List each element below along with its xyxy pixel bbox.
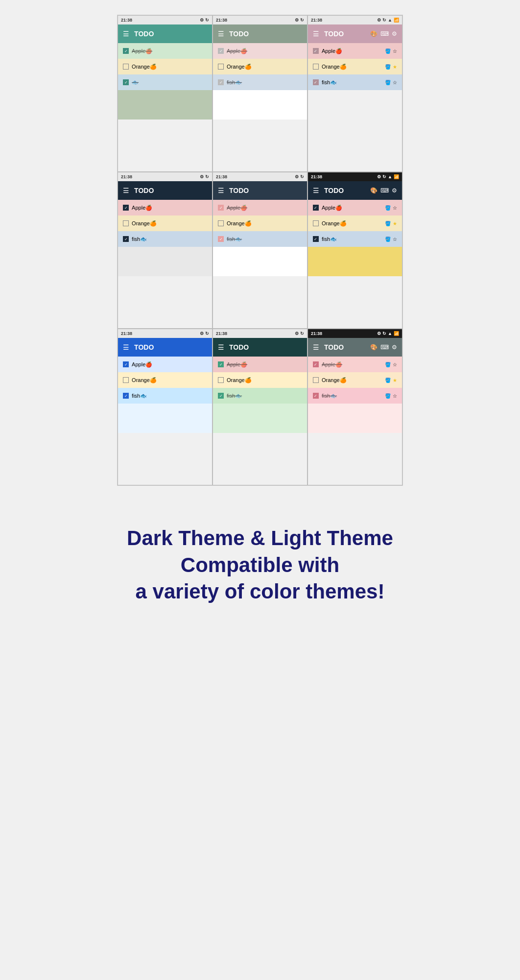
color-action-6-3[interactable]: 🪣 — [385, 237, 391, 242]
todo-item-5-3[interactable]: ✓ fish🐟 — [213, 231, 307, 247]
keyboard-icon-6[interactable]: ⌨ — [380, 187, 389, 194]
todo-item-2-2[interactable]: Orange🍊 — [213, 59, 307, 74]
color-action-9-1[interactable]: 🪣 — [385, 362, 391, 367]
todo-item-9-1[interactable]: ✓ Apple🍎 🪣 ☆ — [308, 357, 402, 372]
star-action-6-1[interactable]: ☆ — [393, 205, 397, 211]
checkbox-1-1[interactable]: ✓ — [123, 48, 129, 54]
todo-item-5-2[interactable]: Orange🍊 — [213, 215, 307, 231]
todo-item-2-1[interactable]: ✓ Apple🍎 — [213, 43, 307, 59]
checkbox-1-3[interactable]: ✓ — [123, 79, 129, 85]
todo-item-8-1[interactable]: ✓ Apple🍎 — [213, 357, 307, 372]
wifi-icon-6: ▲ — [388, 174, 392, 179]
checkbox-5-3[interactable]: ✓ — [218, 236, 224, 242]
checkbox-4-1[interactable]: ✓ — [123, 205, 129, 211]
checkbox-8-1[interactable]: ✓ — [218, 361, 224, 367]
color-action-6-2[interactable]: 🪣 — [385, 221, 391, 226]
todo-list-5: ✓ Apple🍎 Orange🍊 ✓ fish🐟 — [213, 200, 307, 247]
keyboard-icon-3[interactable]: ⌨ — [380, 30, 389, 37]
star-action-3-1[interactable]: ☆ — [393, 48, 397, 54]
star-action-9-2[interactable]: ★ — [393, 378, 397, 383]
time-2: 21:38 — [216, 18, 227, 23]
todo-item-4-1[interactable]: ✓ Apple🍎 — [118, 200, 212, 215]
menu-icon-3[interactable]: ☰ — [313, 30, 319, 38]
todo-item-6-2[interactable]: Orange🍊 🪣 ★ — [308, 215, 402, 231]
palette-icon-3[interactable]: 🎨 — [370, 30, 378, 37]
todo-item-7-2[interactable]: Orange🍊 — [118, 372, 212, 388]
menu-icon-2[interactable]: ☰ — [218, 30, 224, 38]
menu-icon-4[interactable]: ☰ — [123, 187, 129, 194]
palette-icon-9[interactable]: 🎨 — [370, 344, 378, 351]
todo-item-8-2[interactable]: Orange🍊 — [213, 372, 307, 388]
empty-area-9 — [308, 404, 402, 433]
empty-area-8 — [213, 404, 307, 433]
color-action-9-2[interactable]: 🪣 — [385, 378, 391, 383]
checkbox-4-3[interactable]: ✓ — [123, 236, 129, 242]
checkbox-6-1[interactable]: ✓ — [313, 205, 319, 211]
checkbox-9-2[interactable] — [313, 377, 319, 383]
todo-item-1-1[interactable]: ✓ Apple🍎 — [118, 43, 212, 59]
todo-item-3-1[interactable]: ✓ Apple🍎 🪣 ☆ — [308, 43, 402, 59]
checkbox-5-1[interactable]: ✓ — [218, 205, 224, 211]
color-action-3-3[interactable]: 🪣 — [385, 80, 391, 85]
settings-btn-6[interactable]: ⚙ — [392, 187, 397, 194]
todo-item-2-3[interactable]: ✓ fish🐟 — [213, 74, 307, 90]
color-action-3-1[interactable]: 🪣 — [385, 48, 391, 54]
status-icons-1: ⚙ ↻ — [200, 18, 209, 23]
checkbox-1-2[interactable] — [123, 64, 129, 70]
checkbox-3-3[interactable]: ✓ — [313, 79, 319, 85]
todo-item-3-3[interactable]: ✓ fish🐟 🪣 ☆ — [308, 74, 402, 90]
checkbox-4-2[interactable] — [123, 220, 129, 226]
checkbox-9-1[interactable]: ✓ — [313, 361, 319, 367]
checkbox-3-2[interactable] — [313, 64, 319, 70]
todo-item-6-3[interactable]: ✓ fish🐟 🪣 ☆ — [308, 231, 402, 247]
status-bar-2: 21:38 ⚙ ↻ — [213, 16, 307, 24]
checkbox-7-1[interactable]: ✓ — [123, 361, 129, 367]
checkbox-8-3[interactable]: ✓ — [218, 393, 224, 399]
todo-item-1-2[interactable]: Orange🍊 — [118, 59, 212, 74]
menu-icon-1[interactable]: ☰ — [123, 30, 129, 38]
todo-item-9-2[interactable]: Orange🍊 🪣 ★ — [308, 372, 402, 388]
checkbox-2-2[interactable] — [218, 64, 224, 70]
checkbox-5-2[interactable] — [218, 220, 224, 226]
palette-icon-6[interactable]: 🎨 — [370, 187, 378, 194]
todo-item-4-2[interactable]: Orange🍊 — [118, 215, 212, 231]
checkbox-8-2[interactable] — [218, 377, 224, 383]
star-action-6-2[interactable]: ★ — [393, 221, 397, 226]
item-text-2-3: fish🐟 — [227, 79, 302, 86]
star-action-9-3[interactable]: ☆ — [393, 393, 397, 399]
checkbox-7-2[interactable] — [123, 377, 129, 383]
star-action-3-2[interactable]: ★ — [393, 64, 397, 70]
star-action-6-3[interactable]: ☆ — [393, 237, 397, 242]
checkbox-3-1[interactable]: ✓ — [313, 48, 319, 54]
todo-item-9-3[interactable]: ✓ fish🐟 🪣 ☆ — [308, 388, 402, 404]
todo-item-3-2[interactable]: Orange🍊 🪣 ★ — [308, 59, 402, 74]
todo-item-6-1[interactable]: ✓ Apple🍎 🪣 ☆ — [308, 200, 402, 215]
todo-item-4-3[interactable]: ✓ fish🐟 — [118, 231, 212, 247]
checkbox-6-2[interactable] — [313, 220, 319, 226]
wifi-icon-3: ▲ — [388, 18, 392, 23]
checkbox-2-3[interactable]: ✓ — [218, 79, 224, 85]
todo-item-8-3[interactable]: ✓ fish🐟 — [213, 388, 307, 404]
menu-icon-7[interactable]: ☰ — [123, 343, 129, 351]
checkbox-2-1[interactable]: ✓ — [218, 48, 224, 54]
todo-item-7-1[interactable]: ✓ Apple🍎 — [118, 357, 212, 372]
checkbox-6-3[interactable]: ✓ — [313, 236, 319, 242]
menu-icon-8[interactable]: ☰ — [218, 343, 224, 351]
todo-item-1-3[interactable]: ✓ 🐟 — [118, 74, 212, 90]
star-action-3-3[interactable]: ☆ — [393, 80, 397, 85]
color-action-6-1[interactable]: 🪣 — [385, 205, 391, 211]
star-action-9-1[interactable]: ☆ — [393, 362, 397, 367]
checkbox-7-3[interactable]: ✓ — [123, 393, 129, 399]
status-bar-1: 21:38 ⚙ ↻ — [118, 16, 212, 24]
checkbox-9-3[interactable]: ✓ — [313, 393, 319, 399]
keyboard-icon-9[interactable]: ⌨ — [380, 344, 389, 351]
menu-icon-6[interactable]: ☰ — [313, 187, 319, 194]
settings-btn-3[interactable]: ⚙ — [392, 30, 397, 37]
todo-item-7-3[interactable]: ✓ fish🐟 — [118, 388, 212, 404]
color-action-3-2[interactable]: 🪣 — [385, 64, 391, 70]
menu-icon-9[interactable]: ☰ — [313, 343, 319, 351]
settings-btn-9[interactable]: ⚙ — [392, 344, 397, 351]
menu-icon-5[interactable]: ☰ — [218, 187, 224, 194]
todo-item-5-1[interactable]: ✓ Apple🍎 — [213, 200, 307, 215]
color-action-9-3[interactable]: 🪣 — [385, 393, 391, 399]
